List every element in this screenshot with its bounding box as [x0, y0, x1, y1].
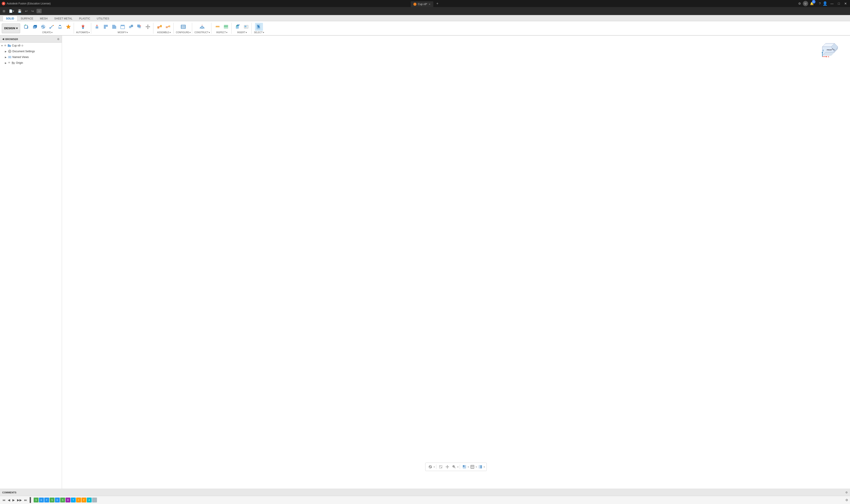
combine-button[interactable]: [127, 23, 135, 31]
display-dropdown-icon[interactable]: ▾: [468, 466, 469, 468]
configure-btn[interactable]: [179, 23, 187, 31]
timeline-end-button[interactable]: ⏭: [23, 498, 28, 502]
shell-button[interactable]: [119, 23, 127, 31]
move-icon-button[interactable]: [144, 23, 152, 31]
section-analysis-button[interactable]: [222, 23, 230, 31]
origin-eye-icon[interactable]: 👁: [8, 61, 11, 65]
viewcube[interactable]: FRONT RIGHT Z X: [819, 40, 841, 62]
root-options-icon[interactable]: ⚙: [21, 44, 23, 47]
insert-derived-button[interactable]: [234, 23, 242, 31]
move-copy-button[interactable]: [135, 23, 143, 31]
configure-label[interactable]: CONFIGURE ▾: [176, 31, 191, 34]
tab-close-button[interactable]: ✕: [429, 3, 431, 6]
zoom-button[interactable]: [451, 464, 457, 470]
rib-button[interactable]: [65, 23, 72, 31]
orbit-dropdown-icon[interactable]: ▾: [434, 466, 435, 468]
tab-sheet-metal[interactable]: SHEET METAL: [51, 16, 76, 21]
timeline-settings-icon[interactable]: ⚙: [845, 498, 848, 502]
revolve-button[interactable]: [39, 23, 47, 31]
tree-item-named-views[interactable]: ▶ Named Views: [0, 54, 62, 60]
chamfer-button[interactable]: [110, 23, 118, 31]
tl-final-icon[interactable]: ·: [92, 498, 97, 502]
sweep-button[interactable]: [48, 23, 56, 31]
inspect-label[interactable]: INSPECT ▾: [216, 31, 227, 34]
user-badge[interactable]: U: [803, 1, 808, 6]
browser-settings-icon[interactable]: ⚙: [57, 38, 59, 41]
tl-sketch3-icon[interactable]: S: [60, 498, 65, 502]
joint-button[interactable]: [156, 23, 164, 31]
root-eye-icon[interactable]: 👁: [4, 44, 7, 47]
doc-settings-arrow[interactable]: ▶: [5, 50, 8, 53]
assemble-label[interactable]: ASSEMBLE ▾: [157, 31, 171, 34]
loft-button[interactable]: [56, 23, 64, 31]
tl-fillet-icon[interactable]: F: [44, 498, 49, 502]
as-built-joint-button[interactable]: [164, 23, 172, 31]
tab-utilities[interactable]: UTILITIES: [93, 16, 112, 21]
tl-shell-icon[interactable]: F: [82, 498, 86, 502]
pan-button[interactable]: [444, 464, 450, 470]
timeline-prev-button[interactable]: ◀: [7, 498, 11, 502]
timeline-play-button[interactable]: ▶: [12, 498, 16, 502]
tl-appearance-icon[interactable]: A: [87, 498, 92, 502]
help-button[interactable]: ?: [819, 2, 821, 5]
press-pull-button[interactable]: [93, 23, 102, 31]
file-menu-icon[interactable]: 📄▾: [8, 8, 15, 14]
environment-button[interactable]: [477, 464, 484, 470]
redo-icon[interactable]: ↪: [30, 8, 35, 14]
automate-button[interactable]: [79, 23, 87, 31]
tree-item-document-settings[interactable]: ▶ Document Settings: [0, 49, 62, 54]
timeline-start-button[interactable]: ⏮: [2, 498, 6, 502]
tab-mesh[interactable]: MESH: [37, 16, 51, 21]
measure-button[interactable]: [214, 23, 221, 31]
construct-label[interactable]: CONSTRUCT ▾: [194, 31, 210, 34]
fillet-button[interactable]: [102, 23, 110, 31]
tab-surface[interactable]: SURFACE: [17, 16, 37, 21]
fit-view-button[interactable]: [438, 464, 444, 470]
minimize-button[interactable]: —: [829, 1, 835, 6]
collapse-icon[interactable]: ◀: [2, 38, 4, 40]
maximize-button[interactable]: □: [837, 1, 841, 6]
grid-dropdown-icon[interactable]: ▾: [476, 466, 477, 468]
create-label[interactable]: CREATE ▾: [42, 31, 52, 34]
origin-arrow[interactable]: ▶: [5, 62, 8, 64]
automate-label[interactable]: AUTOMATE ▾: [76, 31, 90, 34]
tl-extrude-icon[interactable]: E: [39, 498, 44, 502]
insert-canvas-button[interactable]: [242, 23, 250, 31]
tl-extrude3-icon[interactable]: R: [66, 498, 70, 502]
tab-solid[interactable]: SOLID: [3, 16, 17, 21]
new-component-button[interactable]: [22, 23, 30, 31]
timeline-cursor[interactable]: [30, 497, 31, 503]
timeline-next-button[interactable]: ▶▶: [16, 498, 22, 502]
autodesk-account-icon[interactable]: ⚙: [798, 2, 801, 5]
tl-sketch-icon[interactable]: S: [34, 498, 38, 502]
close-button[interactable]: ✕: [843, 1, 848, 6]
construct-plane-button[interactable]: [198, 23, 206, 31]
select-button[interactable]: [255, 23, 263, 31]
tree-root-item[interactable]: ▼ 👁 Cup v9 ⚙: [0, 43, 62, 49]
tl-sketch2-icon[interactable]: S: [50, 498, 54, 502]
design-dropdown[interactable]: DESIGN ▾: [2, 23, 20, 33]
undo-icon[interactable]: ↩: [24, 8, 29, 14]
grid-menu-icon[interactable]: ⊞: [2, 8, 6, 14]
comments-settings-icon[interactable]: ⚙: [845, 491, 848, 494]
tl-fillet2-icon[interactable]: C: [76, 498, 81, 502]
user-avatar-icon[interactable]: 👤: [822, 1, 828, 6]
viewport[interactable]: FRONT RIGHT Z X: [62, 36, 850, 489]
environment-dropdown-icon[interactable]: ▾: [484, 466, 485, 468]
save-icon[interactable]: 💾: [17, 8, 22, 14]
zoom-dropdown-icon[interactable]: ▾: [457, 466, 458, 468]
tab-plastic[interactable]: PLASTIC: [76, 16, 93, 21]
named-views-arrow[interactable]: ▶: [5, 56, 8, 58]
grid-button[interactable]: [469, 464, 475, 470]
display-mode-button[interactable]: [461, 464, 468, 470]
home-button[interactable]: ⌂: [37, 9, 42, 13]
tl-extrude2-icon[interactable]: E: [55, 498, 60, 502]
extrude-button[interactable]: [31, 23, 39, 31]
root-collapse-icon[interactable]: ▼: [1, 44, 4, 47]
tl-thread-icon[interactable]: T: [71, 498, 76, 502]
tree-item-origin[interactable]: ▶ 👁 Origin: [0, 60, 62, 66]
document-tab[interactable]: Cup v9* ✕: [411, 1, 433, 7]
insert-label[interactable]: INSERT ▾: [237, 31, 247, 34]
select-label[interactable]: SELECT ▾: [254, 31, 264, 34]
orbit-button[interactable]: [427, 464, 433, 470]
